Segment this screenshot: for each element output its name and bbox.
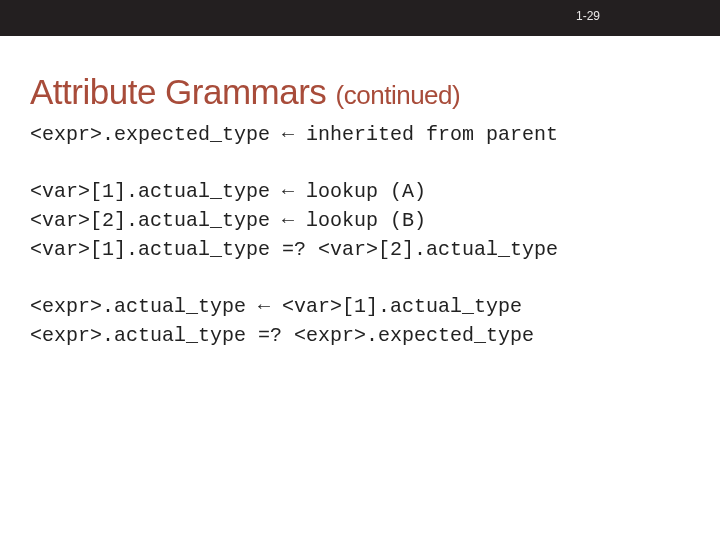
slide-content: Attribute Grammars (continued) <expr>.ex…	[0, 36, 720, 350]
slide-title: Attribute Grammars (continued)	[30, 72, 690, 112]
code-line-2: <var>[1].actual_type ← lookup (A)	[30, 177, 690, 206]
code-block: <expr>.expected_type ← inherited from pa…	[30, 120, 690, 350]
header-bar: 1-29	[0, 0, 720, 36]
title-sub: (continued)	[336, 80, 461, 110]
code-line-4: <var>[1].actual_type =? <var>[2].actual_…	[30, 235, 690, 264]
page-number: 1-29	[576, 9, 600, 23]
code-line-1: <expr>.expected_type ← inherited from pa…	[30, 120, 690, 149]
title-main: Attribute Grammars	[30, 72, 326, 111]
code-line-3: <var>[2].actual_type ← lookup (B)	[30, 206, 690, 235]
code-line-6: <expr>.actual_type =? <expr>.expected_ty…	[30, 321, 690, 350]
code-line-5: <expr>.actual_type ← <var>[1].actual_typ…	[30, 292, 690, 321]
